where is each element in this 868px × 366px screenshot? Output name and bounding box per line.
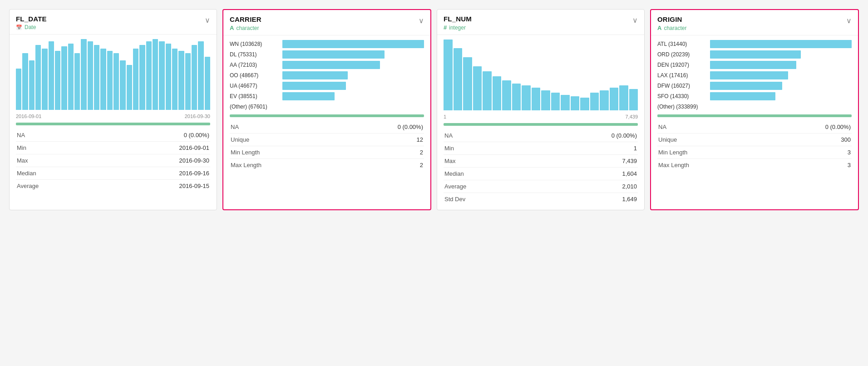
stats-label: Max Length: [230, 159, 335, 172]
char-type-icon: A: [657, 25, 661, 31]
bar-26: [185, 53, 191, 110]
green-bar-carrier: [230, 114, 424, 117]
bar-19: [629, 89, 638, 110]
stats-label: Std Dev: [444, 193, 533, 206]
stats-value: 2016-09-15: [99, 180, 210, 193]
stats-row: Max Length2: [230, 159, 424, 172]
stats-row: NA0 (0.00%): [657, 121, 852, 134]
stats-value: 2016-09-30: [99, 154, 210, 167]
bar-16: [600, 90, 609, 110]
bar-4: [483, 71, 492, 110]
freq-row: ORD (20239): [657, 50, 852, 59]
chart-axis-fl_num: 17,439: [444, 114, 638, 119]
stats-label: Min Length: [657, 146, 763, 159]
bar-7: [61, 46, 67, 110]
type-label-fl_num: integer: [449, 25, 466, 31]
card-title-carrier: CARRIER: [230, 15, 261, 23]
freq-row-label: ATL (31440): [657, 41, 707, 47]
bar-13: [100, 49, 106, 110]
stats-row: Max Length3: [657, 159, 852, 172]
stats-value: 12: [335, 134, 424, 146]
stats-value: 3: [763, 159, 852, 172]
chart-axis-fl_date: 2016-09-012016-09-30: [16, 114, 210, 119]
card-header-carrier: CARRIERAcharacter∨: [223, 10, 430, 35]
stats-value: 2: [335, 146, 424, 159]
histogram-fl_date: [16, 39, 210, 112]
bar-2: [463, 57, 472, 110]
bar-1: [22, 53, 28, 110]
card-subtitle-carrier: Acharacter: [230, 25, 261, 31]
stats-label: Min: [444, 142, 533, 155]
bar-12: [94, 45, 99, 110]
freq-bar-fill: [710, 40, 852, 48]
stats-row: Unique300: [657, 134, 852, 146]
bar-10: [81, 39, 86, 110]
chevron-origin[interactable]: ∨: [846, 16, 852, 25]
bar-18: [133, 49, 138, 110]
bar-1: [454, 48, 463, 110]
stats-value: 0 (0.00%): [533, 129, 638, 142]
card-body-carrier: WN (103628)DL (75331)AA (72103)OO (48667…: [223, 35, 430, 176]
stats-value: 0 (0.00%): [99, 129, 210, 142]
freq-row: UA (46677): [230, 82, 424, 90]
bar-8: [68, 44, 74, 110]
stats-value: 1,604: [533, 168, 638, 180]
bar-4: [42, 49, 47, 110]
freq-row: DEN (19207): [657, 61, 852, 69]
green-bar-origin: [657, 114, 852, 117]
stats-row: NA0 (0.00%): [16, 129, 210, 142]
freq-bar-fill: [710, 61, 796, 69]
freq-bar-bg: [710, 71, 852, 79]
freq-bar-fill: [710, 92, 775, 100]
stats-table-fl_num: NA0 (0.00%)Min1Max7,439Median1,604Averag…: [444, 129, 638, 205]
stats-value: 1: [533, 142, 638, 155]
axis-left-label: 2016-09-01: [16, 114, 41, 119]
bar-19: [139, 45, 145, 110]
bar-29: [205, 57, 210, 110]
bar-18: [619, 85, 628, 110]
bar-7: [512, 84, 521, 110]
bar-0: [16, 69, 21, 110]
bar-12: [561, 95, 570, 110]
card-title-fl_date: FL_DATE: [16, 15, 47, 23]
freq-bar-bg: [282, 82, 424, 90]
chevron-carrier[interactable]: ∨: [419, 16, 424, 25]
freq-row: SFO (14330): [657, 92, 852, 100]
int-type-icon: #: [444, 24, 447, 31]
chevron-fl_date[interactable]: ∨: [205, 16, 210, 25]
stats-row: Std Dev1,649: [444, 193, 638, 206]
stats-value: 2,010: [533, 180, 638, 193]
stats-row: Min1: [444, 142, 638, 155]
bar-22: [159, 41, 164, 110]
stats-row: Max2016-09-30: [16, 154, 210, 167]
stats-label: NA: [657, 121, 763, 134]
bar-28: [198, 41, 203, 110]
bar-3: [35, 45, 41, 110]
freq-bar-bg: [710, 40, 852, 48]
stats-label: Median: [16, 167, 99, 180]
type-label-carrier: character: [236, 25, 259, 31]
freq-bar-bg: [282, 92, 424, 100]
freq-bar-bg: [710, 103, 852, 111]
chevron-fl_num[interactable]: ∨: [632, 16, 638, 25]
bar-24: [172, 49, 178, 110]
freq-bars-carrier: WN (103628)DL (75331)AA (72103)OO (48667…: [230, 40, 424, 111]
freq-bars-origin: ATL (31440)ORD (20239)DEN (19207)LAX (17…: [657, 40, 852, 111]
freq-row-label: (Other) (67601): [230, 104, 280, 110]
bar-9: [74, 53, 80, 110]
freq-row-label: DFW (16027): [657, 83, 707, 89]
freq-row-label: AA (72103): [230, 62, 280, 68]
freq-row-label: EV (38551): [230, 93, 280, 99]
card-body-fl_date: 2016-09-012016-09-30NA0 (0.00%)Min2016-0…: [10, 35, 217, 197]
bar-27: [192, 45, 197, 110]
bar-11: [551, 93, 560, 110]
freq-row: AA (72103): [230, 61, 424, 69]
stats-value: 3: [763, 146, 852, 159]
freq-bar-bg: [282, 61, 424, 69]
stats-label: Unique: [230, 134, 335, 146]
header-left-origin: ORIGINAcharacter: [657, 15, 686, 31]
stats-row: NA0 (0.00%): [444, 129, 638, 142]
freq-bar-bg: [710, 92, 852, 100]
bar-8: [522, 85, 531, 110]
card-carrier: CARRIERAcharacter∨WN (103628)DL (75331)A…: [222, 9, 431, 210]
